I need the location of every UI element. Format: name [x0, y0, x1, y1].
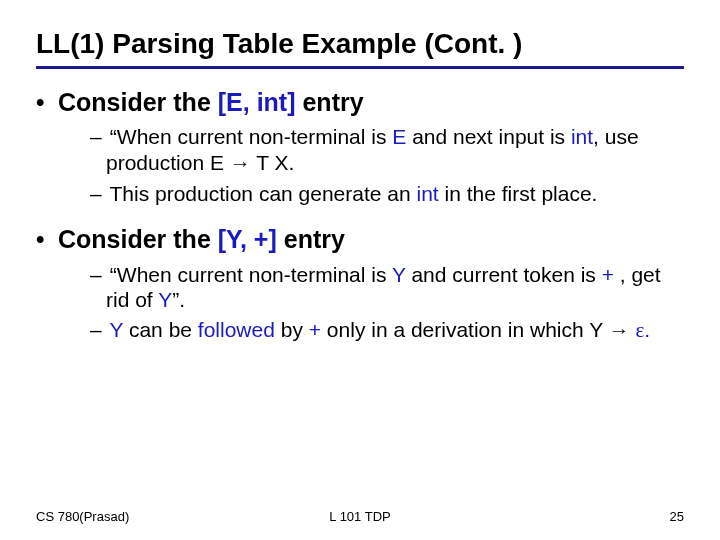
footer-left: CS 780(Prasad): [36, 509, 129, 524]
b2s2-e: +: [309, 318, 321, 341]
b2s2-h: .: [644, 318, 650, 341]
bullet-1: Consider the [E, int] entry: [36, 87, 684, 118]
b1s1-f: T X.: [251, 151, 295, 174]
dash-icon: –: [90, 124, 104, 150]
bullet-1-prefix: Consider the: [58, 88, 218, 116]
b2s1-d: +: [602, 263, 614, 286]
b2s1-a: “When current non-terminal is: [110, 263, 392, 286]
b1s1-d: int: [571, 125, 593, 148]
bullet-1-suffix: entry: [296, 88, 364, 116]
bullet-1-entry: [E, int]: [218, 88, 296, 116]
bullet-2-sub-2: – Y can be followed by + only in a deriv…: [36, 317, 684, 344]
b2s1-g: ”.: [172, 288, 185, 311]
bullet-2-entry: [Y, +]: [218, 225, 277, 253]
b1s1-a: “When current non-terminal is: [110, 125, 392, 148]
bullet-2-prefix: Consider the: [58, 225, 218, 253]
bullet-2-sub-1: – “When current non-terminal is Y and cu…: [36, 262, 684, 313]
arrow-icon: →: [230, 151, 251, 175]
epsilon-icon: ε: [635, 318, 644, 342]
bullet-1-sub-1: – “When current non-terminal is E and ne…: [36, 124, 684, 176]
b2s1-b: Y: [392, 263, 406, 286]
b2s2-a: Y: [109, 318, 123, 341]
slide: LL(1) Parsing Table Example (Cont. ) Con…: [0, 0, 720, 540]
bullet-2: Consider the [Y, +] entry: [36, 224, 684, 255]
b2s2-b: can be: [123, 318, 198, 341]
bullet-1-sub-2: – This production can generate an int in…: [36, 181, 684, 207]
b1s1-b: E: [392, 125, 406, 148]
dash-icon: –: [90, 317, 104, 343]
b1s2-c: in the first place.: [439, 182, 598, 205]
arrow-icon: →: [609, 318, 630, 342]
b1s2-b: int: [417, 182, 439, 205]
b2s1-c: and current token is: [406, 263, 602, 286]
bullet-2-suffix: entry: [277, 225, 345, 253]
footer-page-number: 25: [670, 509, 684, 524]
b1s1-c: and next input is: [406, 125, 571, 148]
dash-icon: –: [90, 262, 104, 288]
b2s2-d: by: [275, 318, 309, 341]
b2s1-f: Y: [158, 288, 172, 311]
b2s2-c: followed: [198, 318, 275, 341]
slide-title: LL(1) Parsing Table Example (Cont. ): [36, 28, 684, 60]
b1s2-a: This production can generate an: [109, 182, 416, 205]
title-rule: [36, 66, 684, 69]
b2s2-f: only in a derivation in which Y: [321, 318, 609, 341]
dash-icon: –: [90, 181, 104, 207]
footer-center: L 101 TDP: [329, 509, 390, 524]
footer: CS 780(Prasad) L 101 TDP 25: [36, 509, 684, 524]
